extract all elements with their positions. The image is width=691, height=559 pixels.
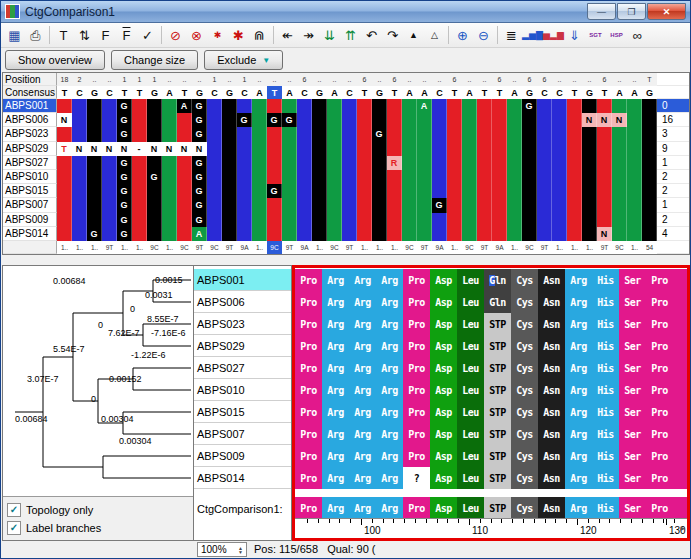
base-cell[interactable] (477, 99, 492, 113)
base-cell[interactable]: G (192, 170, 207, 184)
font-button[interactable]: F (95, 25, 116, 46)
base-cell[interactable] (102, 113, 117, 127)
base-cell[interactable] (387, 142, 402, 156)
base-cell[interactable] (477, 170, 492, 184)
base-cell[interactable] (222, 99, 237, 113)
residue-cell[interactable]: Pro (295, 291, 322, 313)
base-cell[interactable] (417, 156, 432, 170)
residue-cell[interactable]: Asn (538, 335, 565, 357)
residue-cell[interactable]: Arg (322, 401, 349, 423)
base-cell[interactable] (417, 142, 432, 156)
consensus-cell[interactable]: A (402, 86, 417, 99)
sequence-name-item[interactable]: ABPS015 (194, 401, 291, 423)
base-cell[interactable] (267, 170, 282, 184)
base-cell[interactable] (327, 127, 342, 141)
base-cell[interactable] (57, 170, 72, 184)
base-cell[interactable] (492, 198, 507, 212)
find-button[interactable]: ⋒ (249, 25, 270, 46)
minimize-button[interactable]: — (587, 3, 616, 20)
base-cell[interactable] (612, 127, 627, 141)
next-diff-down-button[interactable]: ⇊ (319, 25, 340, 46)
sort-rows-button[interactable]: ⇅ (74, 25, 95, 46)
base-cell[interactable]: N (102, 142, 117, 156)
jump-right-button[interactable]: ↠ (298, 25, 319, 46)
residue-cell[interactable]: Leu (457, 467, 484, 489)
base-cell[interactable] (282, 127, 297, 141)
base-cell[interactable] (267, 127, 282, 141)
base-cell[interactable] (327, 156, 342, 170)
residue-cell[interactable]: Asp (430, 445, 457, 467)
base-cell[interactable] (252, 99, 267, 113)
base-cell[interactable] (57, 127, 72, 141)
base-cell[interactable] (402, 227, 417, 241)
residue-cell[interactable]: Arg (322, 467, 349, 489)
base-cell[interactable] (162, 170, 177, 184)
base-cell[interactable]: G (117, 113, 132, 127)
base-cell[interactable]: G (372, 127, 387, 141)
base-cell[interactable] (567, 198, 582, 212)
base-cell[interactable] (342, 184, 357, 198)
residue-cell[interactable]: Asp (430, 357, 457, 379)
base-cell[interactable] (522, 113, 537, 127)
base-cell[interactable] (147, 127, 162, 141)
residue-cell[interactable]: Asn (538, 401, 565, 423)
residue-cell[interactable]: Arg (349, 291, 376, 313)
base-cell[interactable] (312, 170, 327, 184)
base-cell[interactable] (177, 227, 192, 241)
base-cell[interactable] (207, 99, 222, 113)
residue-cell[interactable]: His (592, 497, 619, 519)
residue-cell[interactable]: STP (484, 335, 511, 357)
base-cell[interactable] (57, 227, 72, 241)
residue-cell[interactable]: Arg (322, 357, 349, 379)
sequence-name-item[interactable]: ABPS023 (194, 313, 291, 335)
base-cell[interactable] (492, 227, 507, 241)
residue-cell[interactable]: Ser (619, 467, 646, 489)
topology-only-checkbox[interactable]: ✓ Topology only (7, 501, 189, 519)
residue-cell[interactable]: Pro (646, 379, 673, 401)
base-cell[interactable] (312, 227, 327, 241)
base-cell[interactable] (522, 184, 537, 198)
base-cell[interactable] (582, 213, 597, 227)
residue-cell[interactable]: Arg (322, 423, 349, 445)
base-cell[interactable] (477, 142, 492, 156)
base-cell[interactable] (387, 213, 402, 227)
base-cell[interactable] (147, 156, 162, 170)
base-cell[interactable] (282, 156, 297, 170)
base-cell[interactable] (597, 156, 612, 170)
residue-cell[interactable]: Asn (538, 497, 565, 519)
exclude-button[interactable]: Exclude ▼ (204, 50, 283, 70)
residue-cell[interactable]: Arg (376, 335, 403, 357)
sequence-name-item[interactable]: ABPS010 (194, 379, 291, 401)
base-cell[interactable] (432, 142, 447, 156)
base-cell[interactable] (627, 184, 642, 198)
consensus-cell[interactable]: C (432, 86, 447, 99)
residue-cell[interactable]: Leu (457, 497, 484, 519)
base-cell[interactable] (387, 127, 402, 141)
base-cell[interactable] (627, 142, 642, 156)
base-cell[interactable] (327, 227, 342, 241)
residue-cell[interactable]: Pro (403, 269, 430, 291)
base-cell[interactable] (297, 184, 312, 198)
font-consensus-button[interactable]: F (116, 25, 137, 46)
base-cell[interactable] (627, 198, 642, 212)
residue-cell[interactable]: Arg (565, 467, 592, 489)
residue-cell[interactable]: Arg (565, 269, 592, 291)
base-cell[interactable] (207, 113, 222, 127)
base-cell[interactable] (627, 156, 642, 170)
base-cell[interactable] (357, 198, 372, 212)
jump-left-button[interactable]: ↞ (277, 25, 298, 46)
base-cell[interactable]: N (117, 142, 132, 156)
residue-cell[interactable]: Arg (376, 379, 403, 401)
residue-cell[interactable]: Asp (430, 467, 457, 489)
base-cell[interactable] (597, 99, 612, 113)
residue-cell[interactable]: STP (484, 357, 511, 379)
base-cell[interactable] (507, 142, 522, 156)
residue-cell[interactable]: Pro (646, 445, 673, 467)
base-cell[interactable] (282, 184, 297, 198)
residue-cell[interactable]: Cys (511, 497, 538, 519)
base-cell[interactable] (132, 227, 147, 241)
residue-cell[interactable]: Pro (295, 313, 322, 335)
residue-cell[interactable]: Arg (565, 445, 592, 467)
base-cell[interactable] (222, 184, 237, 198)
sequence-name[interactable]: ABPS027 (3, 156, 57, 170)
